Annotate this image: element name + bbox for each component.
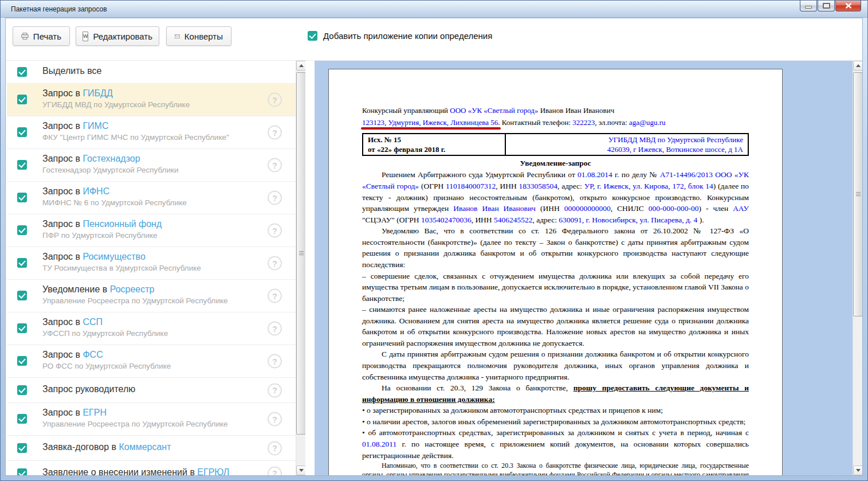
doc-text-run: 000000000000 — [564, 204, 611, 213]
item-subtitle: МИФНС № 6 по Удмуртской Республике — [42, 198, 264, 207]
item-checkbox[interactable] — [17, 468, 27, 476]
item-subtitle: ПФР по Удмуртской Республике — [42, 231, 264, 240]
document-page: Конкурсный управляющий ООО «УК «Светлый … — [328, 69, 783, 475]
item-checkbox[interactable] — [17, 258, 27, 268]
doc-text-run: 630091, г. Новосибирск, ул. Писарева, д.… — [559, 216, 697, 224]
item-link[interactable]: ИФНС — [83, 186, 109, 196]
maximize-icon — [823, 3, 830, 9]
item-subtitle: Управление Росреестра по Удмуртской Респ… — [42, 420, 264, 428]
help-icon[interactable]: ? — [268, 224, 282, 238]
item-link[interactable]: ЕГРЮЛ — [197, 467, 229, 475]
item-title: Уведомление в Росреестр — [42, 280, 264, 295]
list-scroll-up-button[interactable] — [296, 61, 305, 71]
item-link[interactable]: Росреестр — [110, 284, 155, 294]
list-item[interactable]: Запрос в ЕГРНУправление Росреестра по Уд… — [7, 403, 296, 436]
help-icon[interactable]: ? — [268, 191, 282, 205]
help-icon[interactable]: ? — [268, 289, 282, 303]
document-scroll-up-button[interactable] — [853, 61, 862, 71]
help-icon[interactable]: ? — [268, 256, 282, 271]
doc-paragraph: Конкурсный управляющий ООО «УК «Светлый … — [362, 105, 749, 117]
maximize-button[interactable] — [818, 1, 835, 11]
document-scroll-down-button[interactable] — [853, 466, 862, 475]
item-link[interactable]: Коммерсант — [119, 442, 171, 452]
select-all-label: Выделить все — [42, 61, 264, 76]
list-item[interactable]: Запрос в ГостехнадзорГостехнадзор Удмурт… — [7, 149, 296, 182]
item-checkbox[interactable] — [17, 95, 27, 104]
item-checkbox[interactable] — [17, 414, 27, 424]
document-scrollbar[interactable] — [853, 61, 862, 475]
title-bar[interactable]: Пакетная генерация запросов — [1, 1, 867, 18]
doc-title: Уведомление-запрос — [362, 158, 749, 169]
help-icon[interactable]: ? — [268, 93, 282, 107]
help-icon[interactable]: ? — [268, 412, 282, 427]
doc-text-run: (ИНН — [536, 204, 564, 213]
attach-copy-label: Добавить приложение копии определения — [323, 31, 492, 41]
list-item[interactable]: Запрос в ГИБДДУГИБДД МВД по Удмуртской Р… — [7, 84, 296, 116]
close-button[interactable] — [835, 1, 861, 11]
doc-recipient-cell: УГИБДД МВД по Удмуртской Республике42603… — [505, 134, 748, 155]
list-item[interactable]: Запрос в Пенсионный фондПФР по Удмуртско… — [7, 214, 296, 247]
doc-text-run: 1035402470036 — [421, 216, 472, 224]
item-checkbox[interactable] — [17, 160, 27, 170]
item-checkbox[interactable] — [17, 443, 27, 453]
doc-text-run: – совершение сделок, связанных с отчужде… — [362, 272, 749, 303]
printer-icon — [21, 32, 29, 41]
item-checkbox[interactable] — [17, 323, 27, 333]
doc-text-run: г. по настоящее время, с приложением коп… — [362, 440, 749, 460]
list-item[interactable]: Заявление о внесении изменений в ЕГРЮЛ? — [7, 461, 296, 475]
edit-button[interactable]: W Редактировать — [76, 26, 159, 46]
item-checkbox[interactable] — [17, 356, 27, 366]
item-link[interactable]: ГИМС — [83, 121, 108, 131]
item-link[interactable]: Росимущество — [83, 252, 145, 261]
doc-text-run: С даты принятия арбитражным судом решени… — [362, 350, 749, 381]
list-item[interactable]: Запрос в ФССРО ФСС по Удмуртской Республ… — [7, 345, 296, 378]
scroll-down-icon — [299, 469, 304, 472]
list-item[interactable]: Запрос в ИФНСМИФНС № 6 по Удмуртской Рес… — [7, 182, 296, 214]
doc-text-run: , адрес: — [533, 216, 559, 224]
doc-paragraph: – снимаются ранее наложенные аресты на и… — [362, 304, 749, 349]
item-link[interactable]: ГИБДД — [83, 88, 112, 98]
item-link[interactable]: Пенсионный фонд — [83, 219, 162, 229]
doc-text-run: Иванов Иван Иванович — [453, 204, 536, 213]
help-icon[interactable]: ? — [268, 126, 282, 140]
list-scroll-down-button[interactable] — [296, 466, 305, 475]
envelopes-button[interactable]: Конверты — [166, 26, 231, 46]
item-link[interactable]: ЕГРН — [83, 408, 107, 417]
list-item[interactable]: Запрос в ГИМСФКУ "Центр ГИМС МЧС по Удму… — [7, 116, 296, 149]
doc-text-run: – снимаются ранее наложенные аресты на и… — [362, 305, 749, 347]
list-item[interactable]: Запрос руководителю? — [7, 378, 296, 403]
list-scrollbar[interactable] — [296, 61, 305, 475]
minimize-button[interactable] — [800, 1, 817, 11]
document-scrollbar-thumb[interactable] — [853, 72, 862, 316]
item-link[interactable]: ССП — [83, 317, 103, 327]
select-all-row[interactable]: Выделить все — [7, 61, 296, 84]
list-item[interactable]: Заявка-договор в Коммерсант? — [7, 436, 296, 461]
help-icon[interactable]: ? — [268, 322, 282, 336]
help-icon[interactable]: ? — [268, 158, 282, 173]
attach-copy-checkbox[interactable] — [308, 31, 317, 41]
item-checkbox[interactable] — [17, 291, 27, 300]
list-scrollbar-thumb[interactable] — [296, 72, 305, 435]
list-item[interactable]: Уведомление в РосреестрУправление Росрее… — [7, 280, 296, 312]
doc-text-run: (ОГРН — [419, 182, 446, 190]
doc-text-run: • об автомототранспортных средствах, зар… — [362, 428, 749, 437]
help-icon[interactable]: ? — [268, 441, 282, 455]
item-link[interactable]: ФСС — [83, 350, 103, 359]
item-subtitle: УГИБДД МВД по Удмуртской Республике — [42, 100, 264, 109]
doc-text-run: Конкурсный управляющий — [362, 106, 450, 115]
item-checkbox[interactable] — [17, 225, 27, 235]
list-item[interactable]: Запрос в ССПУФССП по Удмуртской Республи… — [7, 312, 296, 345]
item-checkbox[interactable] — [17, 127, 27, 137]
item-link[interactable]: Гостехнадзор — [83, 154, 140, 163]
select-all-checkbox[interactable] — [17, 67, 27, 77]
doc-table-line: 426039, г Ижевск, Воткинское шоссе, д 1А — [510, 144, 743, 154]
print-button[interactable]: Печать — [13, 26, 70, 46]
help-icon[interactable]: ? — [268, 383, 282, 397]
item-checkbox[interactable] — [17, 193, 27, 202]
item-checkbox[interactable] — [17, 385, 27, 395]
help-icon[interactable]: ? — [268, 466, 282, 475]
item-title: Запрос в ГИБДД — [42, 84, 264, 99]
doc-text-run: Решением Арбитражного суда Удмуртской Ре… — [382, 170, 578, 179]
help-icon[interactable]: ? — [268, 354, 282, 369]
list-item[interactable]: Запрос в РосимуществоТУ Росимущества в У… — [7, 247, 296, 280]
